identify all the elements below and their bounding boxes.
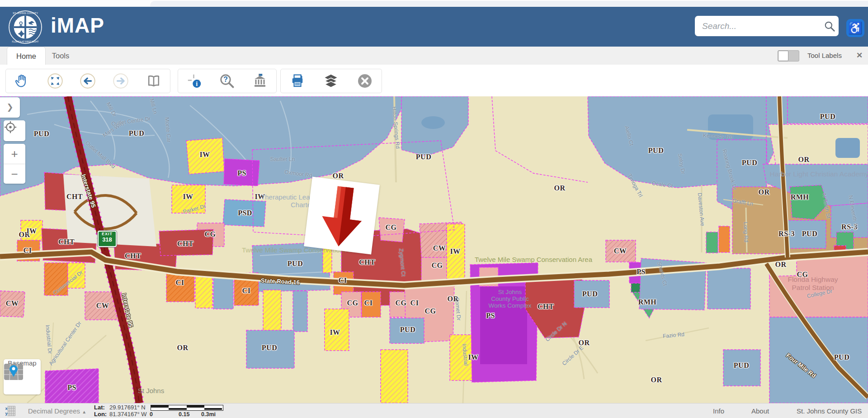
gis-credit: St. Johns County GIS [797,404,862,418]
coordinates-readout: Lat:29.917691° N Lon:81.374167° W [94,404,147,418]
book-icon [146,73,162,89]
tool-labels-label: Tool Labels [807,47,842,65]
zoom-in-button[interactable]: + [4,144,25,164]
layers-icon [323,73,339,89]
browser-top-strip [0,0,868,7]
tool-labels-toggle[interactable] [778,50,799,62]
zoning-map-graphics [0,96,868,403]
government-building-icon [252,73,268,89]
scale-tick-0: 0 [150,411,153,418]
tab-home[interactable]: Home [7,47,46,65]
pan-hand-icon [14,73,30,89]
toolbar-group-navigation [5,69,170,93]
status-bar: x y Decimal Degrees ▲ Lat:29.917691° N L… [0,403,868,418]
location-arrow-card [304,176,380,254]
wheelchair-icon: ♿ [848,21,863,35]
tab-bar: Home Tools Tool Labels ✕ [0,47,868,65]
scale-bar-graphic [151,405,223,411]
lon-label: Lon: [94,411,109,418]
svg-text:?: ? [224,76,228,83]
query-button[interactable]: ? [213,70,241,92]
search-icon[interactable] [821,17,839,35]
locate-button[interactable] [4,120,25,141]
clear-selection-button[interactable] [351,70,378,92]
full-extent-button[interactable] [42,70,69,92]
svg-text:x: x [5,406,8,411]
lon-value: 81.374167° W [109,411,147,418]
app-header: ST. JOHNS COUNTY FLORIDA AT FIRST SIGHT … [0,7,868,47]
tax-building-button[interactable] [246,70,274,92]
print-icon [289,73,306,89]
page-title: iMAP [51,13,104,38]
exit-sign-line2: 318 [99,237,116,243]
svg-text:i: i [196,80,198,87]
search-box [695,16,839,36]
identify-button[interactable]: i [181,70,208,92]
tab-tools[interactable]: Tools [47,47,74,65]
scale-tick-mid: 0.15 [179,411,189,418]
lat-value: 29.917691° N [109,404,146,411]
svg-text:ST. JOHNS COUNTY: ST. JOHNS COUNTY [13,12,38,14]
close-circle-icon [357,73,373,89]
toggle-knob [778,51,788,61]
back-arrow-icon [80,73,96,89]
units-arrow-icon: ▲ [82,409,86,414]
forward-arrow-icon [113,73,129,89]
about-link[interactable]: About [751,404,769,418]
close-icon[interactable]: ✕ [856,47,863,65]
print-button[interactable] [284,70,311,92]
pan-hand-button[interactable] [9,70,36,92]
next-extent-button[interactable] [107,70,134,92]
toolbar-group-output [280,69,382,93]
red-arrow-icon [304,176,380,254]
full-extent-icon [47,73,63,89]
coordinate-globe-icon[interactable]: x y [4,404,17,418]
county-seal-logo: ST. JOHNS COUNTY FLORIDA AT FIRST SIGHT [8,10,43,45]
units-selector[interactable]: Decimal Degrees ▲ [28,404,86,418]
exit-318-sign: EXIT 318 [98,231,117,247]
basemap-icon [4,362,24,381]
basemap-button[interactable]: Basemap [4,359,41,394]
svg-text:FLORIDA AT FIRST SIGHT: FLORIDA AT FIRST SIGHT [12,41,38,43]
units-label: Decimal Degrees [28,407,80,415]
lat-label: Lat: [94,404,109,411]
map-toolbar: i ? [0,65,868,96]
query-magnifier-icon: ? [219,73,235,89]
scale-tick-max: 0.3mi [201,411,216,418]
tab-ghost [150,1,868,6]
zoom-out-button[interactable]: − [4,164,25,184]
info-link[interactable]: Info [713,404,724,418]
zoom-controls: + − [4,144,25,184]
search-input[interactable] [701,21,821,32]
toolbar-group-query: i ? [178,69,277,93]
svg-text:y: y [5,411,8,416]
expand-panel-button[interactable]: ❯ [0,97,20,118]
map-canvas[interactable]: PUDPUDPUDPUDPUDPUDPUDPUDPUDPUDPUDPUDPUDO… [0,96,868,403]
layers-button[interactable] [317,70,344,92]
scale-bar: 0 0.15 0.3mi [151,405,223,418]
accessibility-button[interactable]: ♿ [846,19,864,37]
previous-extent-button[interactable] [74,70,101,92]
bookmarks-button[interactable] [140,70,167,92]
identify-crosshair-icon: i [186,73,203,89]
locate-crosshair-icon [4,120,17,134]
